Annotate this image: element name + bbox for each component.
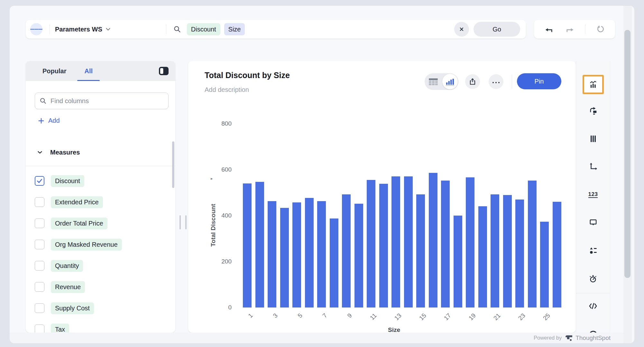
bar-size-5[interactable] (292, 202, 301, 307)
measure-chip[interactable]: Org Masked Revenue (51, 239, 122, 251)
bar-size-11[interactable] (367, 180, 375, 307)
measure-chip[interactable]: Tax (51, 324, 69, 333)
workspace-selector[interactable]: Parameters WS (55, 26, 102, 33)
checkbox-tax[interactable] (35, 325, 44, 333)
checkbox-supply-cost[interactable] (35, 303, 44, 313)
go-button[interactable]: Go (474, 22, 520, 37)
bar-chart (243, 124, 561, 307)
checkbox-order-total-price[interactable] (35, 218, 44, 228)
answer-panel: Total Discount by Size Add description (188, 61, 576, 333)
measure-chip[interactable]: Extended Price (51, 196, 103, 208)
search-token-discount[interactable]: Discount (187, 23, 220, 35)
change-visualization-icon[interactable] (585, 103, 601, 119)
measure-row: Tax (26, 319, 175, 333)
tab-popular[interactable]: Popular (42, 67, 66, 75)
search-icon (173, 25, 181, 33)
checkbox-extended-price[interactable] (35, 197, 44, 207)
scrollbar-track (623, 6, 632, 343)
bar-size-16[interactable] (429, 173, 437, 307)
undo-icon[interactable] (542, 23, 555, 36)
bar-size-19[interactable] (466, 177, 474, 307)
sort-indicator-icon[interactable]: ▸ (211, 176, 213, 181)
app-card: Parameters WS DiscountSize Go (10, 6, 634, 343)
bar-size-24[interactable] (528, 181, 537, 307)
bar-size-7[interactable] (317, 201, 326, 307)
bar-size-18[interactable] (454, 216, 462, 307)
x-tick-label: 13 (393, 312, 403, 322)
configure-chart-icon[interactable] (585, 77, 601, 92)
chevron-down-icon (37, 149, 43, 156)
pin-button[interactable]: Pin (517, 73, 561, 89)
bar-size-20[interactable] (478, 206, 487, 307)
number-format-icon[interactable]: 123 (585, 187, 601, 202)
bar-size-1[interactable] (243, 183, 252, 307)
bar-size-8[interactable] (330, 218, 338, 307)
measures-section-header[interactable]: Measures (26, 145, 175, 159)
legend-settings-icon[interactable] (585, 243, 601, 258)
find-columns-input[interactable] (51, 97, 164, 105)
divider (576, 293, 610, 293)
axis-settings-icon[interactable] (585, 159, 601, 174)
bar-size-15[interactable] (416, 194, 425, 307)
query-time-icon[interactable] (585, 271, 601, 286)
measure-chip[interactable]: Order Total Price (51, 218, 107, 229)
y-tick-label: 600 (206, 166, 232, 173)
measure-row: Order Total Price (26, 213, 175, 234)
more-menu-button[interactable] (489, 74, 503, 89)
tab-all[interactable]: All (84, 67, 93, 75)
clear-search-button[interactable] (454, 22, 469, 37)
bar-size-17[interactable] (441, 181, 450, 307)
measure-row: Org Masked Revenue (26, 234, 175, 255)
checkbox-org-masked-revenue[interactable] (35, 240, 44, 249)
bar-size-10[interactable] (354, 204, 363, 307)
checkbox-revenue[interactable] (35, 282, 44, 292)
bar-size-3[interactable] (268, 201, 276, 307)
tooltip-settings-icon[interactable] (585, 215, 601, 230)
bar-size-25[interactable] (540, 222, 549, 307)
redo-icon[interactable] (564, 23, 576, 36)
measure-chip[interactable]: Discount (51, 175, 84, 187)
measure-row: Discount (26, 170, 175, 191)
checkbox-quantity[interactable] (35, 261, 44, 271)
bar-size-9[interactable] (342, 194, 351, 307)
table-view-icon[interactable] (428, 78, 438, 85)
bar-size-2[interactable] (255, 182, 264, 307)
measure-row: Quantity (26, 255, 175, 276)
measure-chip[interactable]: Supply Cost (51, 302, 94, 314)
divider (512, 75, 512, 89)
divider (585, 24, 585, 34)
bar-size-22[interactable] (503, 195, 512, 307)
bar-size-4[interactable] (280, 208, 289, 307)
chart-view-icon[interactable] (442, 74, 458, 89)
share-icon (469, 78, 476, 85)
x-tick-label: 7 (321, 312, 328, 319)
bar-size-21[interactable] (491, 194, 499, 307)
developer-embed-icon[interactable] (585, 298, 601, 314)
share-button[interactable] (465, 74, 480, 89)
bar-size-12[interactable] (379, 184, 388, 307)
collapse-panel-icon[interactable] (159, 67, 169, 76)
measure-row: Supply Cost (26, 298, 175, 319)
checkbox-discount[interactable] (35, 176, 44, 186)
find-columns-box[interactable] (35, 93, 169, 109)
divider (50, 24, 50, 34)
bar-size-13[interactable] (391, 176, 400, 307)
bar-size-14[interactable] (404, 176, 413, 307)
panel-scrollbar-thumb[interactable] (172, 141, 174, 188)
bar-size-23[interactable] (515, 200, 524, 307)
search-input[interactable]: DiscountSize (166, 23, 454, 35)
measure-chip[interactable]: Revenue (51, 281, 85, 293)
view-toggle (425, 73, 458, 90)
panel-resize-handle[interactable] (179, 215, 187, 230)
chevron-down-icon[interactable] (105, 26, 111, 32)
scrollbar-thumb[interactable] (624, 30, 630, 278)
edit-columns-icon[interactable] (585, 131, 601, 147)
menu-icon[interactable] (30, 23, 42, 35)
measure-chip[interactable]: Quantity (51, 260, 83, 272)
bar-size-6[interactable] (305, 198, 314, 307)
reset-icon[interactable] (594, 23, 607, 36)
bar-size-26[interactable] (553, 202, 561, 307)
search-token-size[interactable]: Size (224, 23, 245, 35)
add-column-button[interactable]: Add (38, 117, 60, 124)
x-tick-label: 9 (346, 312, 353, 319)
